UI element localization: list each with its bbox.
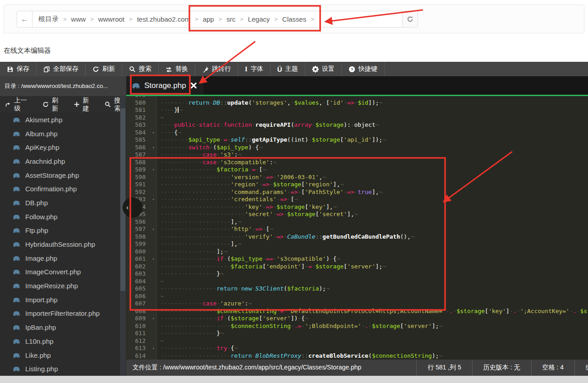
theme-icon: Ü <box>277 66 282 73</box>
file-item-label: Ftp.php <box>25 226 48 234</box>
page-title: 在线文本编辑器 <box>4 46 51 55</box>
breadcrumb-item[interactable]: test.zhubao2.com <box>136 15 192 23</box>
file-item[interactable]: Arachnid.php <box>0 154 120 168</box>
tab-storage-php[interactable]: Storage.php <box>126 76 203 95</box>
code-line-text: ····················],¬ <box>157 218 588 226</box>
breadcrumb-item[interactable]: www <box>70 15 87 23</box>
file-item[interactable]: Ftp.php <box>0 224 120 238</box>
file-item[interactable]: ImporterFilterIterator.php <box>0 307 120 321</box>
code-line-text: ················$connectionString·=·'Def… <box>157 308 588 315</box>
status-encoding: 编 <box>574 360 588 376</box>
code-line-text: ············case·'s3compatible':¬ <box>157 159 588 166</box>
breadcrumb-item[interactable]: Classes <box>281 15 308 23</box>
file-action-refresh[interactable]: 刷新 <box>42 97 64 113</box>
file-item[interactable]: ImageConvert.php <box>0 265 120 279</box>
breadcrumb-item[interactable]: src <box>225 15 237 23</box>
fold-arrow-icon[interactable]: ▾ <box>152 255 155 263</box>
toolbar-button-font[interactable]: I字体 <box>238 62 271 76</box>
close-icon[interactable] <box>190 82 197 89</box>
php-file-icon <box>13 158 20 164</box>
toolbar-button-save[interactable]: 保存 <box>0 62 37 76</box>
toolbar-button-label: 快捷键 <box>358 65 377 73</box>
file-item-label: Image.php <box>25 254 57 262</box>
file-item[interactable]: DB.php <box>0 196 120 210</box>
new-icon <box>74 102 79 107</box>
toolbar-button-hotkeys[interactable]: ?快捷键 <box>342 62 385 76</box>
toolbar-button-search[interactable]: 搜索 <box>122 62 159 76</box>
status-spaces: 空格 : 4 <box>531 360 574 376</box>
breadcrumb-item[interactable]: wwwroot <box>97 15 126 23</box>
code-line: 598························'verify'·=>·C… <box>126 233 588 241</box>
file-item[interactable]: Listing.php <box>0 362 120 376</box>
fold-arrow-icon[interactable]: ▾ <box>152 129 155 137</box>
file-item[interactable]: Image.php <box>0 251 120 265</box>
file-item[interactable]: Akismet.php <box>0 113 120 127</box>
eol-marker: ¬ <box>382 136 386 143</box>
file-item[interactable]: Confirmation.php <box>0 182 120 196</box>
goto-line-icon <box>202 66 209 73</box>
code-line-text: ················if·($api_type·==·'s3comp… <box>157 255 588 263</box>
toolbar-button-theme[interactable]: Ü主题 <box>271 62 305 76</box>
file-action-new[interactable]: 新建 <box>74 97 95 113</box>
code-line: 611················}¬ <box>126 330 588 337</box>
toolbar-button-replace[interactable]: 替换 <box>159 62 195 76</box>
eol-marker: ¬ <box>439 352 442 359</box>
fold-arrow-icon[interactable]: ▾ <box>152 196 155 203</box>
directory-label: 目录 : /www/wwwroot/test.zhubao2.co... <box>0 76 126 96</box>
php-file-icon <box>13 172 20 178</box>
file-item[interactable]: IpBan.php <box>0 320 120 334</box>
code-line-text: ········return·DB::update('storages',·$v… <box>157 99 588 107</box>
line-number: 605 <box>126 285 157 293</box>
replace-icon <box>165 66 172 73</box>
fold-arrow-icon[interactable]: ▾ <box>152 345 155 352</box>
file-item[interactable]: HybridauthSession.php <box>0 237 120 251</box>
file-action-up-level[interactable]: 上一级 <box>5 97 32 113</box>
file-tree-sidebar: 上一级刷新新建搜索 Akismet.phpAlbum.phpApiKey.php… <box>0 96 126 376</box>
fold-arrow-icon[interactable]: ▾ <box>152 226 155 233</box>
code-line-text: ¬ <box>157 114 588 122</box>
breadcrumb-item[interactable]: app <box>202 15 216 23</box>
code-line: 596····················],¬ <box>126 218 588 226</box>
code-line-text: ····················'region'·=>·$storage… <box>157 181 588 189</box>
sidebar-scrollbar-thumb[interactable] <box>120 108 125 291</box>
breadcrumb-item[interactable]: 根目录 <box>37 15 60 23</box>
sidebar-scrollbar[interactable] <box>120 96 126 376</box>
code-line-text: ········$api_type·=·self::getApiType((in… <box>157 136 588 144</box>
line-number: 607 <box>126 300 157 308</box>
code-line-text: ················];¬ <box>157 248 588 256</box>
file-item[interactable]: Album.php <box>0 127 120 141</box>
status-line-col: 行 581 ,列 5 <box>416 360 472 376</box>
file-item-label: HybridauthSession.php <box>25 240 95 248</box>
toolbar-button-goto-line[interactable]: 跳转行 <box>195 62 238 76</box>
fold-arrow-icon[interactable]: ▾ <box>152 315 155 323</box>
eol-marker: ¬ <box>411 233 414 240</box>
file-item[interactable]: ApiKey.php <box>0 140 120 154</box>
toolbar-button-label: 刷新 <box>102 65 115 73</box>
file-item-label: Follow.php <box>25 213 58 221</box>
toolbar-button-refresh[interactable]: 刷新 <box>86 62 122 76</box>
breadcrumb-item[interactable]: Legacy <box>247 15 271 23</box>
file-action-label: 刷新 <box>52 97 64 113</box>
file-item[interactable]: Import.php <box>0 293 120 307</box>
sidebar-collapse-handle[interactable]: ‹ <box>123 198 142 217</box>
file-item[interactable]: L10n.php <box>0 334 120 348</box>
file-item-label: Listing.php <box>25 365 58 373</box>
line-number: 591 <box>126 181 157 189</box>
fold-arrow-icon[interactable]: ▾ <box>152 144 155 152</box>
file-item[interactable]: ImageResize.php <box>0 279 120 293</box>
code-editor[interactable]: 579580········return·DB::update('storage… <box>126 96 588 360</box>
toolbar-button-label: 保存 <box>17 65 29 73</box>
file-item[interactable]: Follow.php <box>0 210 120 224</box>
file-item[interactable]: AssetStorage.php <box>0 168 120 182</box>
toolbar-button-save-all[interactable]: 全部保存 <box>37 62 86 76</box>
toolbar-button-settings[interactable]: 设置 <box>305 62 342 76</box>
back-button[interactable]: ← <box>17 11 32 27</box>
code-line-text: ····················return·BlobRestProxy… <box>157 352 588 360</box>
file-item[interactable]: Like.php <box>0 348 120 362</box>
eol-marker: ¬ <box>160 337 164 344</box>
fold-arrow-icon[interactable]: ▾ <box>152 166 155 174</box>
font-icon: I <box>245 66 248 73</box>
path-refresh-button[interactable] <box>402 11 418 27</box>
eol-marker: ¬ <box>294 196 298 203</box>
toolbar-button-label: 主题 <box>285 65 298 73</box>
